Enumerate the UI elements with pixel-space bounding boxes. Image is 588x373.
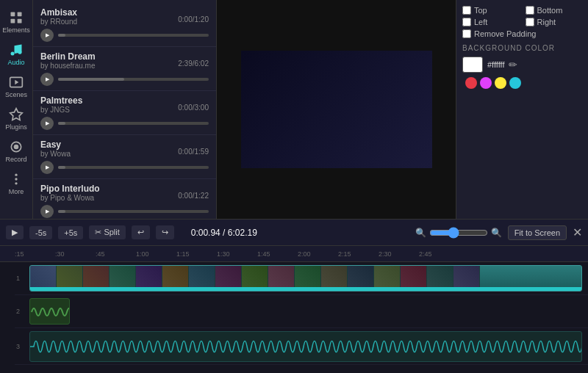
right-option[interactable]: Right xyxy=(526,18,583,26)
sidebar-label-plugins: Plugins xyxy=(5,123,27,131)
track-time-4: 0:00/1:59 xyxy=(178,148,209,156)
remove-padding-checkbox[interactable] xyxy=(462,29,471,38)
svg-point-5 xyxy=(18,51,22,54)
sidebar-label-audio: Audio xyxy=(7,59,24,66)
plus5-button[interactable]: +5s xyxy=(58,226,83,239)
remove-padding-option[interactable]: Remove Padding xyxy=(462,29,582,38)
undo-button[interactable]: ↩ xyxy=(132,225,150,239)
audio-track-palmtrees[interactable]: Palmtrees by JNGS 0:00/3:00 xyxy=(33,91,216,135)
svg-rect-3 xyxy=(18,19,22,23)
color-swatch-main[interactable] xyxy=(462,57,483,73)
waveform-svg-2 xyxy=(30,299,70,325)
split-button[interactable]: ✂ Split xyxy=(89,225,125,239)
audio-track-ambisax[interactable]: Ambisax by RRound 0:00/1:20 xyxy=(33,3,216,47)
redo-button[interactable]: ↪ xyxy=(156,225,174,239)
audio-full-track-row: 3 xyxy=(15,328,588,365)
left-option[interactable]: Left xyxy=(462,18,520,26)
video-track-row: 1 xyxy=(15,262,588,295)
sidebar-item-audio[interactable]: Audio xyxy=(0,38,32,70)
svg-point-10 xyxy=(15,174,17,176)
sidebar-item-more[interactable]: More xyxy=(0,167,32,200)
audio-track-easy[interactable]: Easy by Wowa 0:00/1:59 xyxy=(33,135,216,179)
bottom-label: Bottom xyxy=(537,6,563,15)
play-btn-4[interactable] xyxy=(40,161,54,174)
bottom-option[interactable]: Bottom xyxy=(526,6,583,15)
progress-bar-2 xyxy=(58,78,209,81)
play-btn-3[interactable] xyxy=(40,117,54,130)
bg-color-section: BACKGROUND COLOR #ffffff ✏ xyxy=(462,44,582,89)
progress-bar-4 xyxy=(58,166,209,169)
sidebar: Elements Audio Scenes Plugins Record Mor… xyxy=(0,0,33,219)
progress-bar-1 xyxy=(58,34,209,37)
audio-full-clip[interactable] xyxy=(29,331,582,362)
color-preset-magenta[interactable] xyxy=(480,77,492,89)
ruler-mark: 2:45 xyxy=(419,250,459,258)
zoom-controls: 🔍 🔍 xyxy=(415,227,502,239)
track-time-5: 0:00/1:22 xyxy=(178,192,209,200)
svg-marker-7 xyxy=(15,80,18,85)
preview-video xyxy=(241,51,432,168)
ruler-mark: 1:45 xyxy=(257,250,298,258)
track-time-2: 2:39/6:02 xyxy=(178,59,209,68)
bottom-checkbox[interactable] xyxy=(526,6,534,15)
right-checkbox[interactable] xyxy=(526,18,534,26)
svg-rect-0 xyxy=(11,12,15,17)
top-label: Top xyxy=(474,6,487,15)
color-preset-teal[interactable] xyxy=(509,77,521,89)
audio-track-berlin[interactable]: Berlin Dream by housefrau.me 2:39/6:02 xyxy=(33,47,216,91)
play-btn-2[interactable] xyxy=(40,73,54,86)
sidebar-label-more: More xyxy=(9,188,24,195)
svg-rect-2 xyxy=(11,19,15,23)
minus5-button[interactable]: -5s xyxy=(29,226,52,239)
timeline-toolbar: ▶ -5s +5s ✂ Split ↩ ↪ 0:00.94 / 6:02.19 … xyxy=(0,220,588,246)
progress-bar-3 xyxy=(58,122,209,125)
play-pause-button[interactable]: ▶ xyxy=(6,225,24,239)
fit-screen-button[interactable]: Fit to Screen xyxy=(508,225,567,240)
color-hex-value: #ffffff xyxy=(487,60,504,69)
track-num-2: 2 xyxy=(16,308,20,315)
color-preset-yellow[interactable] xyxy=(495,77,506,89)
alignment-options: Top Bottom Left Right Remove Padding xyxy=(462,6,582,38)
zoom-in-icon[interactable]: 🔍 xyxy=(491,228,502,238)
ruler-mark: :45 xyxy=(96,250,136,258)
sidebar-item-elements[interactable]: Elements xyxy=(0,6,32,38)
track-time-3: 0:00/3:00 xyxy=(178,104,209,112)
sidebar-item-scenes[interactable]: Scenes xyxy=(0,70,32,103)
ruler-mark: :30 xyxy=(55,250,96,258)
timeline-tracks: 1 xyxy=(0,262,588,373)
play-btn-1[interactable] xyxy=(40,29,54,42)
sidebar-item-record[interactable]: Record xyxy=(0,135,32,167)
ruler-mark: 1:15 xyxy=(176,250,217,258)
top-option[interactable]: Top xyxy=(462,6,520,15)
waveform-svg-3 xyxy=(30,332,581,361)
timecode-display: 0:00.94 / 6:02.19 xyxy=(180,228,268,238)
eyedropper-icon[interactable]: ✏ xyxy=(509,59,517,70)
close-timeline-button[interactable]: ✕ xyxy=(573,225,582,239)
left-checkbox[interactable] xyxy=(462,18,471,26)
ruler-mark: 2:15 xyxy=(338,250,379,258)
sidebar-item-plugins[interactable]: Plugins xyxy=(0,103,32,135)
play-btn-5[interactable] xyxy=(40,205,54,218)
audio-small-clip[interactable] xyxy=(29,298,70,325)
svg-point-9 xyxy=(14,145,19,150)
color-preset-red[interactable] xyxy=(465,77,477,89)
right-panel: Top Bottom Left Right Remove Padding BAC… xyxy=(456,0,588,219)
left-label: Left xyxy=(474,18,487,26)
zoom-slider[interactable] xyxy=(429,227,488,239)
track-time-1: 0:00/1:20 xyxy=(178,15,209,23)
svg-point-4 xyxy=(11,52,15,56)
ruler-mark: 1:30 xyxy=(217,250,257,258)
timeline-area: ▶ -5s +5s ✂ Split ↩ ↪ 0:00.94 / 6:02.19 … xyxy=(0,219,588,373)
bg-color-label: BACKGROUND COLOR xyxy=(462,44,582,52)
zoom-out-icon[interactable]: 🔍 xyxy=(415,228,426,238)
top-checkbox[interactable] xyxy=(462,6,471,15)
color-presets xyxy=(465,77,582,89)
svg-point-12 xyxy=(15,182,17,184)
sidebar-label-record: Record xyxy=(5,156,26,163)
svg-rect-1 xyxy=(18,12,22,17)
audio-track-pipo[interactable]: Pipo Interludo by Pipo & Wowa 0:00/1:22 xyxy=(33,179,216,219)
video-clip[interactable] xyxy=(29,265,582,291)
ruler-mark: 2:00 xyxy=(298,250,338,258)
sidebar-label-scenes: Scenes xyxy=(5,91,27,98)
ruler-mark: 2:30 xyxy=(379,250,419,258)
